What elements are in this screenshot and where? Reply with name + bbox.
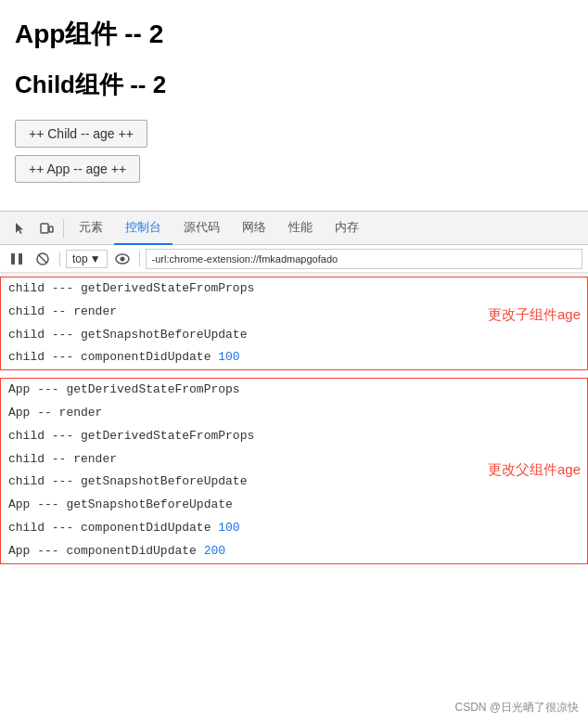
svg-rect-3	[19, 253, 22, 265]
console-block-1-wrapper: child --- getDerivedStateFromProps child…	[0, 277, 588, 370]
cursor-icon[interactable]	[7, 215, 33, 241]
child-age-button[interactable]: ++ Child -- age ++	[15, 120, 147, 148]
top-section: App组件 -- 2 Child组件 -- 2 ++ Child -- age …	[0, 0, 588, 211]
console-line: child --- componentDidUpdate 100	[1, 346, 587, 369]
toolbar-separator	[59, 252, 60, 266]
app-age-button[interactable]: ++ App -- age ++	[15, 155, 140, 183]
eye-icon[interactable]	[111, 248, 134, 270]
console-line: child --- getDerivedStateFromProps	[1, 278, 587, 301]
tab-network[interactable]: 网络	[231, 212, 277, 245]
app-title: App组件 -- 2	[15, 17, 573, 52]
devtools-tabs: 元素 控制台 源代码 网络 性能 内存	[0, 212, 588, 245]
console-line: child --- componentDidUpdate 100	[1, 517, 587, 540]
svg-line-5	[39, 254, 47, 263]
url-bar: -url:chrome-extension://fmkadmapgofado	[146, 249, 582, 269]
console-block-1: child --- getDerivedStateFromProps child…	[0, 277, 588, 370]
chevron-down-icon: ▼	[90, 252, 101, 265]
tab-performance[interactable]: 性能	[277, 212, 324, 245]
console-line: App --- getSnapshotBeforeUpdate	[1, 494, 587, 517]
svg-point-7	[120, 256, 124, 261]
toolbar-separator-2	[139, 252, 140, 266]
svg-rect-0	[41, 224, 48, 233]
console-line: child -- render	[1, 301, 587, 324]
block-icon[interactable]	[32, 248, 54, 270]
console-line: child --- getDerivedStateFromProps	[1, 425, 587, 448]
console-line: child --- getSnapshotBeforeUpdate	[1, 471, 587, 494]
devtools-toolbar: top ▼ -url:chrome-extension://fmkadmapgo…	[0, 245, 588, 273]
devtools-panel: 元素 控制台 源代码 网络 性能 内存	[0, 211, 588, 564]
watermark: CSDN @日光晒了很凉快	[454, 700, 579, 716]
tab-separator	[63, 219, 64, 238]
tab-elements[interactable]: 元素	[68, 212, 114, 245]
button-group: ++ Child -- age ++ ++ App -- age ++	[15, 120, 573, 183]
console-block-2: App --- getDerivedStateFromProps App -- …	[0, 378, 588, 563]
tab-sources[interactable]: 源代码	[173, 212, 231, 245]
child-title: Child组件 -- 2	[15, 69, 573, 101]
tab-console[interactable]: 控制台	[114, 212, 173, 245]
svg-rect-2	[11, 253, 15, 265]
play-icon[interactable]	[6, 248, 28, 270]
console-area: child --- getDerivedStateFromProps child…	[0, 277, 588, 564]
tab-memory[interactable]: 内存	[324, 212, 370, 245]
device-icon[interactable]	[33, 215, 59, 241]
console-block-2-wrapper: App --- getDerivedStateFromProps App -- …	[0, 378, 588, 563]
console-line: App --- getDerivedStateFromProps	[1, 379, 587, 402]
svg-rect-1	[49, 226, 53, 232]
top-dropdown[interactable]: top ▼	[66, 250, 108, 268]
console-line: App --- componentDidUpdate 200	[1, 540, 587, 563]
console-line: child -- render	[1, 448, 587, 471]
console-line: App -- render	[1, 402, 587, 425]
console-line: child --- getSnapshotBeforeUpdate	[1, 324, 587, 347]
